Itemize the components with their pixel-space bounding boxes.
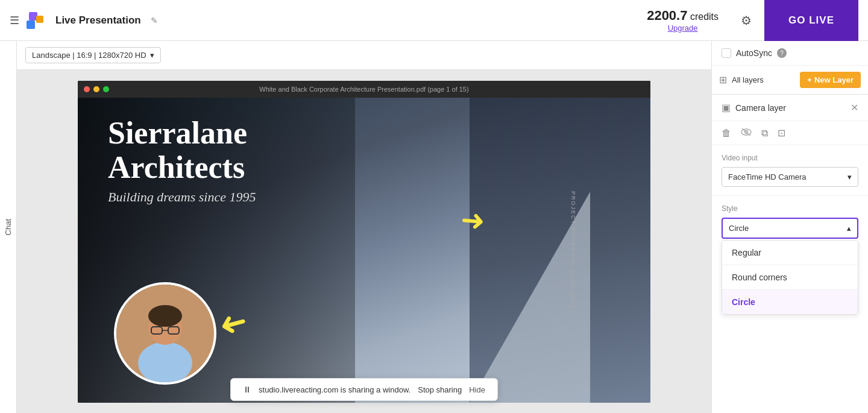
go-live-button[interactable]: GO LIVE [764,0,858,41]
canvas-wrapper: White and Black Corporate Architecture P… [17,70,711,413]
style-option-round-corners[interactable]: Round corners [722,265,858,290]
svg-rect-0 [27,20,35,29]
resolution-label: Landscape | 16:9 | 1280x720 HD [32,51,146,60]
canvas-frame: White and Black Corporate Architecture P… [78,81,650,403]
all-layers-button[interactable]: All layers [732,75,764,84]
mac-titlebar: White and Black Corporate Architecture P… [78,81,650,98]
sidebar-item-chat[interactable]: Chat [4,219,13,235]
presentation-bg: Sierralane Architects Building dreams si… [78,98,650,403]
sharing-text: studio.livereacting.com is sharing a win… [259,385,410,394]
hide-button[interactable]: Hide [469,385,485,394]
new-layer-button[interactable]: + New Layer [800,72,861,88]
camera-circle [114,282,216,385]
canvas-area: Landscape | 16:9 | 1280x720 HD ▾ White a… [17,41,711,413]
autosync-checkbox[interactable] [722,48,731,58]
new-layer-label: New Layer [814,75,854,84]
style-option-circle[interactable]: Circle [722,290,858,314]
layer-delete-button[interactable]: 🗑 [722,128,731,139]
left-sidebar: Chat [0,41,17,413]
menu-icon[interactable]: ☰ [10,14,19,27]
canvas-toolbar: Landscape | 16:9 | 1280x720 HD ▾ [17,41,711,70]
header: ☰ Live Presentation ✎ 2200.7 credits Upg… [0,0,868,41]
mac-maximize-dot [103,86,109,92]
layer-hide-button[interactable] [741,128,752,139]
svg-point-6 [148,305,182,327]
camera-layer-icon: ▣ [722,102,731,113]
video-input-value: FaceTime HD Camera [728,172,807,181]
plus-icon: + [807,75,812,84]
upgrade-link[interactable]: Upgrade [647,24,719,33]
style-section: Style Circle ▴ Regular Round corners Cir… [712,196,868,323]
vertical-text: PROJECT PROPOSAL 01-01-2020 [570,191,576,309]
mac-close-dot [84,86,90,92]
layers-icon: ⊞ [719,74,727,86]
style-selected-value: Circle [729,224,749,233]
sharing-pause-icon: ⏸ [243,385,251,394]
video-input-label: Video input [722,154,858,162]
credits-display: 2200.7 credits Upgrade [647,8,719,33]
title-line1: Sierralane [108,116,256,150]
layer-copy-button[interactable]: ⧉ [761,128,768,139]
autosync-row: AutoSync ? [712,41,868,66]
layer-actions: 🗑 ⧉ ⊡ [712,121,868,145]
autosync-help-icon[interactable]: ? [777,48,787,58]
svg-rect-1 [29,12,37,20]
edit-icon[interactable]: ✎ [151,16,158,25]
credits-label: credits [687,11,719,22]
camera-person-svg [116,285,214,382]
layers-toolbar: ⊞ All layers + New Layer [712,66,868,95]
autosync-label: AutoSync [736,48,772,58]
credits-number: 2200.7 [647,8,687,23]
style-dropdown: Regular Round corners Circle [722,240,858,315]
credits-amount: 2200.7 credits [647,11,719,22]
main-layout: Chat Landscape | 16:9 | 1280x720 HD ▾ Wh… [0,41,868,413]
mac-minimize-dot [93,86,99,92]
style-chevron-icon: ▴ [847,224,851,233]
chevron-down-icon: ▾ [150,51,154,60]
style-label: Style [722,204,858,213]
stop-sharing-button[interactable]: Stop sharing [418,385,462,394]
svg-point-4 [138,342,192,382]
sharing-bar: ⏸ studio.livereacting.com is sharing a w… [230,378,498,401]
resolution-select[interactable]: Landscape | 16:9 | 1280x720 HD ▾ [25,47,161,63]
camera-layer-header: ▣ Camera layer ✕ [712,95,868,121]
camera-layer-label: Camera layer [735,103,846,113]
settings-button[interactable]: ⚙ [735,10,757,31]
eye-slash-icon [741,128,752,136]
style-select-box[interactable]: Circle ▴ [722,218,858,239]
style-option-regular[interactable]: Regular [722,241,858,265]
subtitle: Building dreams since 1995 [108,189,256,205]
app-title: Live Presentation [55,14,141,27]
file-title: White and Black Corporate Architecture P… [259,86,468,93]
camera-layer-close-button[interactable]: ✕ [851,102,858,113]
logo [27,10,48,31]
video-input-select[interactable]: FaceTime HD Camera ▾ [722,167,858,187]
arrow-right-annotation: ➜ [459,202,486,238]
video-input-section: Video input FaceTime HD Camera ▾ [712,145,868,196]
svg-rect-2 [36,16,43,23]
layer-resize-button[interactable]: ⊡ [778,127,785,139]
right-panel: AutoSync ? ⊞ All layers + New Layer ▣ Ca… [711,41,868,413]
text-overlay: Sierralane Architects Building dreams si… [108,116,256,205]
title-line2: Architects [108,150,256,184]
video-chevron-icon: ▾ [848,172,852,181]
